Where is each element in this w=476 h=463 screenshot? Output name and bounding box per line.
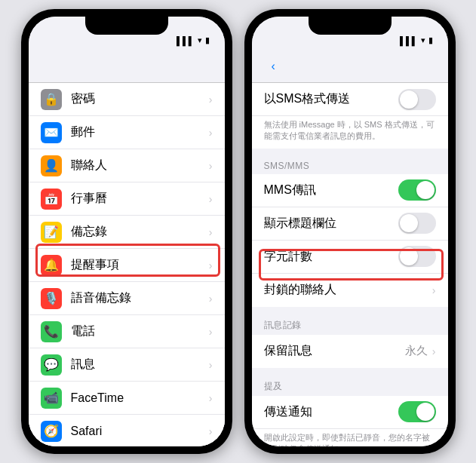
chevron-icon: ›	[432, 345, 436, 357]
list-item[interactable]: 🧭 Safari ›	[29, 415, 225, 446]
item-label: MMS傳訊	[264, 182, 398, 198]
item-label: 備忘錄	[71, 224, 209, 240]
chevron-icon: ›	[209, 259, 213, 271]
chevron-icon: ›	[209, 293, 213, 305]
list-item[interactable]: 👤 聯絡人 ›	[29, 149, 225, 182]
item-icon: 👤	[41, 155, 62, 176]
chevron-icon: ›	[432, 284, 436, 296]
list-item[interactable]: 📝 備忘錄 ›	[29, 216, 225, 249]
signal-icon: ▌▌▌	[177, 36, 194, 45]
list-item[interactable]: 傳送通知	[252, 396, 448, 429]
item-label: 行事曆	[71, 191, 209, 207]
item-label: 以SMS格式傳送	[264, 91, 398, 107]
list-item[interactable]: MMS傳訊	[252, 174, 448, 207]
item-icon: 💬	[41, 354, 62, 376]
item-label: 聯絡人	[71, 158, 209, 173]
battery-icon-r: ▮	[428, 35, 433, 45]
item-icon: 📹	[41, 388, 62, 409]
item-label: 密碼	[71, 91, 209, 107]
left-phone: ▌▌▌ ▾ ▮ 🔒 密碼 › ✉️ 郵件 › 👤 聯絡人 › 📅 行事曆 › 📝…	[21, 9, 232, 454]
settings-list-left[interactable]: 🔒 密碼 › ✉️ 郵件 › 👤 聯絡人 › 📅 行事曆 › 📝 備忘錄 › 🔔…	[29, 83, 225, 446]
item-icon: 🔒	[41, 89, 62, 110]
nav-bar-left	[29, 50, 225, 83]
item-icon: 🎙️	[41, 288, 62, 309]
item-icon: 🧭	[41, 421, 62, 442]
list-item[interactable]: 📞 電話 ›	[29, 315, 225, 348]
list-item[interactable]: 顯示標題欄位	[252, 207, 448, 241]
item-label: 保留訊息	[264, 343, 405, 359]
status-icons-left: ▌▌▌ ▾ ▮	[177, 35, 209, 45]
section-header: 訊息記錄	[252, 313, 448, 335]
wifi-icon: ▾	[198, 35, 202, 45]
chevron-icon: ›	[209, 226, 213, 238]
item-icon: ✉️	[41, 122, 62, 143]
wifi-icon-r: ▾	[421, 35, 425, 45]
chevron-icon: ›	[209, 425, 213, 437]
list-item[interactable]: 📅 行事曆 ›	[29, 182, 225, 216]
item-label: 提醒事項	[71, 257, 209, 273]
item-label: Safari	[71, 425, 209, 438]
item-label: 電話	[71, 323, 209, 339]
list-item[interactable]: 📹 FaceTime ›	[29, 382, 225, 415]
item-label: 封鎖的聯絡人	[264, 282, 432, 298]
list-item[interactable]: 🔒 密碼 ›	[29, 83, 225, 116]
signal-icon-r: ▌▌▌	[400, 36, 417, 45]
notch-right	[309, 17, 392, 35]
chevron-icon: ›	[209, 193, 213, 205]
item-icon: 📅	[41, 189, 62, 210]
status-icons-right: ▌▌▌ ▾ ▮	[400, 35, 432, 45]
chevron-icon: ›	[209, 326, 213, 338]
item-label: 訊息	[71, 357, 209, 373]
chevron-icon: ›	[209, 392, 213, 404]
list-item[interactable]: 🔔 提醒事項 ›	[29, 249, 225, 282]
toggle-switch[interactable]	[398, 213, 436, 234]
settings-list-right[interactable]: 以SMS格式傳送 無法使用 iMessage 時，以 SMS 格式傳送，可能需支…	[252, 83, 448, 446]
chevron-icon: ›	[209, 127, 213, 139]
item-label: FaceTime	[71, 391, 209, 405]
item-label: 郵件	[71, 124, 209, 140]
list-item[interactable]: 🎙️ 語音備忘錄 ›	[29, 282, 225, 315]
item-label: 語音備忘錄	[71, 290, 209, 306]
item-icon: 📞	[41, 321, 62, 342]
description-text: 無法使用 iMessage 時，以 SMS 格式傳送，可能需支付電信業者訊息的費…	[252, 116, 448, 149]
item-value: 永久	[405, 344, 428, 358]
notch-left	[85, 17, 168, 35]
description-text: 開啟此設定時，即使對話已靜音，您的名字被提到時仍會傳送通知。	[252, 429, 448, 446]
item-icon: 📝	[41, 222, 62, 243]
toggle-switch[interactable]	[398, 179, 436, 201]
list-item[interactable]: 💬 訊息 ›	[29, 348, 225, 382]
list-item[interactable]: 以SMS格式傳送	[252, 83, 448, 116]
item-icon: 🔔	[41, 255, 62, 276]
toggle-switch[interactable]	[398, 401, 436, 422]
chevron-left-icon: ‹	[272, 60, 275, 73]
battery-icon: ▮	[205, 35, 210, 45]
back-button[interactable]: ‹	[272, 60, 277, 73]
nav-bar-right: ‹	[252, 50, 448, 83]
section-header: 提及	[252, 374, 448, 396]
item-label: 傳送通知	[264, 404, 398, 420]
chevron-icon: ›	[209, 160, 213, 172]
toggle-switch[interactable]	[398, 246, 436, 267]
item-label: 字元計數	[264, 249, 398, 265]
list-item[interactable]: ✉️ 郵件 ›	[29, 116, 225, 149]
toggle-switch[interactable]	[398, 89, 436, 110]
list-item[interactable]: 保留訊息 永久 ›	[252, 335, 448, 368]
chevron-icon: ›	[209, 359, 213, 371]
list-item[interactable]: 字元計數	[252, 241, 448, 274]
section-header: SMS/MMS	[252, 155, 448, 174]
right-phone: ▌▌▌ ▾ ▮ ‹ 以SMS格式傳送 無法使用 iMessage 時，以 SMS…	[244, 9, 456, 454]
item-label: 顯示標題欄位	[264, 216, 398, 232]
chevron-icon: ›	[209, 94, 213, 106]
list-item[interactable]: 封鎖的聯絡人 ›	[252, 274, 448, 307]
